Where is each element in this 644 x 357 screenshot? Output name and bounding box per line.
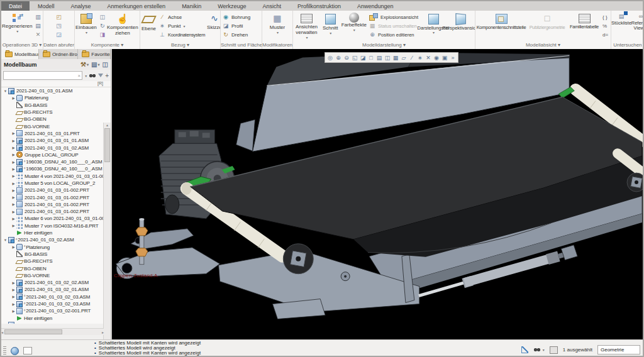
tree-item[interactable]: BG-VORNE — [1, 123, 111, 129]
find-icon[interactable] — [89, 73, 96, 79]
stueckliste-button[interactable]: ▤ Stückliste — [611, 12, 631, 26]
achse-button[interactable]: ∕Achse — [157, 13, 206, 21]
tree-item[interactable]: ▶ º 196036_DSNU_40_160___0_.ASM — [1, 158, 111, 165]
drehen-button[interactable]: ↻Drehen — [221, 30, 252, 39]
tree-expander[interactable]: ▶ — [11, 146, 16, 150]
tree-expander[interactable]: ▶ — [11, 96, 16, 100]
ribbon-tab[interactable]: Werkzeuge — [209, 1, 254, 11]
tree-item[interactable]: ▶ 2021-240_01_03_01-002.PRT — [1, 187, 111, 194]
relations-button[interactable]: d= — [601, 30, 609, 39]
punkt-button[interactable]: ∗Punkt▾ — [157, 21, 206, 30]
tree-item[interactable]: ▶ º 196036_DSNU_40_160___0_.ASM — [1, 165, 111, 172]
tree-item[interactable]: ▼ 2021-240_01_03_01.ASM — [1, 87, 111, 94]
add-filter-icon[interactable]: + — [105, 72, 109, 79]
tree-expander[interactable]: ▶ — [11, 139, 16, 143]
explode-view-icon[interactable]: ▦ — [392, 54, 399, 62]
familientabelle-button[interactable]: Familientabelle — [567, 12, 601, 30]
komponenten-ziehen-button[interactable]: ☝ Komponenten ziehen — [108, 12, 138, 37]
tree-item[interactable]: BG-RECHTS — [1, 109, 111, 116]
tree-expander[interactable]: ▶ — [11, 210, 16, 214]
tree-filters-icon[interactable]: ▤ — [91, 61, 97, 68]
tree-expander[interactable]: ▶ — [11, 288, 16, 292]
tree-item[interactable]: ▶ 2021-240_01_03_01-002.PRT — [1, 201, 111, 208]
zoom-in-icon[interactable]: ⊕ — [335, 54, 342, 62]
tree-expander[interactable]: ▶ — [11, 182, 16, 185]
tree-item[interactable]: Hier einfügen — [1, 229, 111, 236]
tab-datei[interactable]: Datei — [1, 1, 30, 11]
tab-favoriten[interactable]: Favoriten — [78, 49, 111, 59]
tree-item[interactable]: ▼ º 2021-240_01_03_02.ASM — [1, 236, 111, 243]
tree-item[interactable]: ▶ º 2021-240_01_03_02_03.ASM — [1, 300, 111, 307]
tree-expander[interactable]: ▶ — [11, 202, 16, 206]
3d-model-view[interactable] — [112, 49, 643, 339]
tree-expander[interactable]: ▼ — [3, 238, 8, 242]
parameters-button[interactable]: { } — [601, 13, 609, 21]
group-komponente[interactable]: Komponente ▾ — [75, 41, 140, 49]
tree-item[interactable]: ▶ 2021-240_01_03_01_01.ASM — [1, 137, 111, 144]
tree-item[interactable]: ▶ 2021-240_01_03_01_02.ASM — [1, 144, 111, 151]
explosionsansicht-button[interactable]: Explosionsansicht — [367, 13, 419, 21]
tree-expander[interactable]: ▶ — [11, 217, 16, 221]
tree-item[interactable]: ▶ º 2021-240_01_03_02-001.PRT — [1, 307, 111, 314]
tree-item[interactable]: BG-BASIS — [1, 251, 111, 258]
search-tool-icon[interactable] — [533, 347, 541, 353]
ribbon-tab[interactable]: Anwendungen — [349, 1, 402, 11]
tree-item[interactable]: BG-OBEN — [1, 265, 111, 272]
tree-expander[interactable]: ▶ — [11, 302, 16, 306]
group-modelldarstellung[interactable]: Modelldarstellung ▾ — [293, 41, 475, 49]
search-caret[interactable]: ▾ — [543, 348, 545, 352]
tree-item[interactable]: ▶ 2021-240_01_03_01-002.PRT — [1, 194, 111, 200]
annotation-display-icon[interactable]: ▣ — [441, 54, 448, 62]
tree-columns-icon[interactable]: ◫ — [103, 61, 108, 68]
toolbar-options-icon[interactable]: » — [449, 54, 457, 62]
tree-search-input[interactable]: × — [3, 71, 82, 80]
tree-expander[interactable]: ▶ — [11, 167, 16, 171]
switch-symbols-button[interactable]: % — [601, 21, 609, 30]
ribbon-tab[interactable]: Manikin — [174, 1, 209, 11]
zoom-out-icon[interactable]: ⊖ — [343, 54, 350, 62]
regenerieren-button[interactable]: Regenerieren▾ — [1, 12, 33, 34]
tree-expander[interactable]: ▶ — [11, 295, 16, 299]
tree-item[interactable]: ▶ º Platzierung — [1, 244, 111, 251]
tree-vertical-scrollbar[interactable]: ▴ — [103, 123, 111, 357]
ribbon-tab[interactable]: Analyse — [63, 1, 99, 11]
point-display-icon[interactable]: ∗ — [416, 54, 424, 62]
tree-horizontal-scrollbar[interactable]: ◂▸ — [1, 328, 104, 335]
tree-item[interactable]: ▶ Platzierung — [1, 94, 111, 101]
tree-expander[interactable]: ▶ — [11, 160, 16, 164]
tree-expander[interactable]: ▼ — [3, 89, 8, 93]
axis-display-icon[interactable]: ∕ — [408, 54, 416, 62]
tree-item[interactable]: ▶ Gruppe LOCAL_GROUP — [1, 151, 111, 158]
tree-item[interactable]: ▪ 2021-240_01_03_00.PRT — [1, 322, 111, 324]
paste-button[interactable]: ▤▾ — [33, 21, 43, 30]
tree-item[interactable]: ▶ Muster 7 von ISO4032-M16-8.PRT — [1, 222, 111, 229]
mirror-component-button[interactable]: ◨ — [97, 30, 108, 39]
repaint-icon[interactable]: ◪ — [359, 54, 367, 62]
message-log[interactable]: •Schattiertes Modell mit Kanten wird ang… — [94, 341, 201, 356]
komponentenschnittstelle-button[interactable]: Komponentenschnittstelle — [475, 12, 527, 31]
import-data-button[interactable]: ◰ — [54, 13, 64, 21]
einbauen-button[interactable]: Einbauen▾ — [75, 12, 97, 35]
ribbon-tab[interactable]: Anmerkungen erstellen — [99, 1, 174, 11]
copy-geometry-button[interactable]: ◳ — [54, 21, 64, 30]
referenz-viewer-button[interactable]: ∞ Referenz Viewer — [631, 12, 644, 32]
tree-item[interactable]: ▶ º 2021-240_01_03_02_03.ASM — [1, 294, 111, 300]
delete-button[interactable]: ✕▾ — [33, 30, 43, 39]
tree-item[interactable]: ▶ 2021-240_01_03_02_01.ASM — [1, 286, 111, 293]
group-operationen-3d[interactable]: Operationen 3D ▾ — [1, 41, 43, 49]
group-modellabsicht[interactable]: Modellabsicht ▾ — [475, 41, 611, 49]
tree-item[interactable]: Hier einfügen — [1, 315, 111, 322]
csys-display-icon[interactable]: ✕ — [425, 54, 432, 62]
view-normal-icon[interactable]: ◫ — [384, 54, 391, 62]
bohrung-button[interactable]: ◉Bohrung — [221, 13, 252, 21]
tree-item[interactable]: ▶ Muster 5 von LOCAL_GROUP_2 — [1, 180, 111, 187]
darstellungsstil-button[interactable]: Darstellungsstil▾ — [419, 12, 447, 36]
tree-item[interactable]: BG-BASIS — [1, 102, 111, 109]
group-bezug[interactable]: Bezug ▾ — [140, 41, 220, 49]
tree-expander[interactable]: ▶ — [11, 224, 16, 228]
ribbon-tab[interactable]: Ansicht — [255, 1, 290, 11]
group-modifikatoren[interactable]: Modifikatoren ▾ — [262, 41, 292, 49]
group-untersuchen[interactable]: Untersuchen ▾ — [611, 41, 644, 49]
filter-icon[interactable] — [98, 74, 103, 77]
tree-expander[interactable]: ▶ — [11, 174, 16, 178]
